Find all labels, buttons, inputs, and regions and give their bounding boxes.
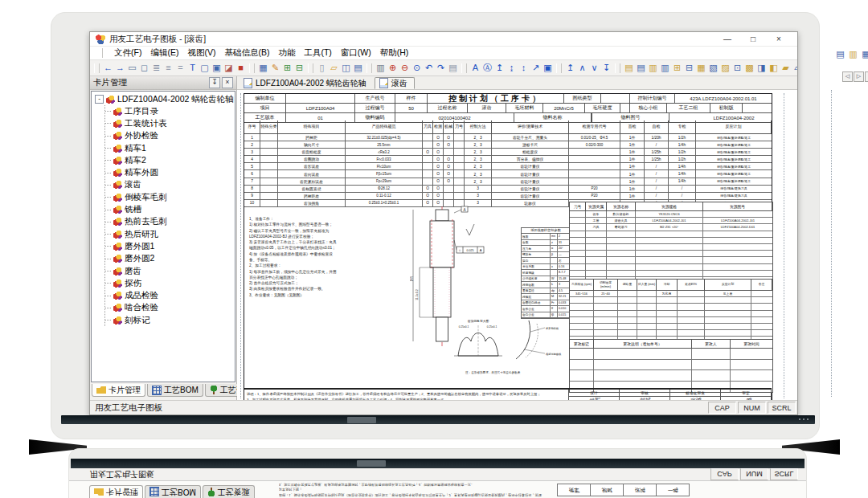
arrow-updown-icon[interactable]: ↨: [506, 62, 518, 74]
tree-item[interactable]: 磨齿: [105, 265, 235, 277]
table-delete-icon[interactable]: ▧: [707, 62, 719, 74]
menu-item[interactable]: 窗口(W): [341, 47, 371, 59]
tree-item[interactable]: 成品检验: [105, 289, 235, 301]
open-folder-icon[interactable]: ▱: [328, 62, 340, 74]
menu-item[interactable]: 视图(V): [187, 47, 215, 59]
select-frame-icon[interactable]: ▭: [126, 62, 138, 74]
tree-item[interactable]: 刻标记: [105, 314, 235, 326]
save-all-icon[interactable]: ▤: [352, 62, 364, 74]
border-left-icon[interactable]: ◧: [768, 62, 780, 74]
menu-item[interactable]: 编辑(E): [150, 47, 178, 59]
item-cell: 齿形误差: [278, 163, 346, 169]
menu-item[interactable]: 功能: [278, 47, 295, 59]
new-doc-icon[interactable]: ▯: [316, 62, 328, 74]
tree-item[interactable]: 啮合检验: [105, 302, 235, 314]
undo-icon[interactable]: ↶: [423, 62, 435, 74]
tree-item[interactable]: 铣槽: [105, 203, 235, 215]
border-right-icon[interactable]: ◨: [755, 62, 768, 74]
row-insert-icon[interactable]: ▤: [623, 62, 635, 74]
doc-info-icon[interactable]: ▤: [447, 62, 459, 74]
document-tab[interactable]: 滚齿: [375, 77, 415, 89]
move-up-icon[interactable]: ∧: [576, 62, 588, 74]
column-header: 产品特殊规范: [346, 120, 423, 133]
menu-item[interactable]: 文件(F): [114, 47, 141, 59]
tree-item[interactable]: 热后研孔: [105, 228, 235, 240]
cell-merge-icon[interactable]: ⊞: [671, 62, 683, 74]
menu-item[interactable]: 帮助(H): [380, 47, 409, 59]
edge-copy-icon[interactable]: ▥: [847, 48, 859, 60]
tab-close-icon[interactable]: ×: [865, 71, 868, 82]
eraser-icon[interactable]: ◪: [223, 62, 235, 74]
menu-item[interactable]: 基础信息(B): [224, 47, 269, 59]
pin-icon[interactable]: ↧: [209, 77, 220, 88]
tree-item[interactable]: 外协检验: [105, 130, 235, 142]
align-left-icon[interactable]: ≣: [150, 62, 162, 74]
tree-item[interactable]: 倒棱车毛刺: [105, 191, 235, 203]
textbox-icon[interactable]: ▢: [199, 62, 211, 74]
minimize-button[interactable]: —: [714, 35, 740, 43]
tab-scroll-right-icon[interactable]: ▷: [854, 71, 864, 82]
col-insert-icon[interactable]: ▥: [647, 62, 659, 74]
tree-item[interactable]: 工序目录: [105, 105, 235, 117]
fill-color-icon[interactable]: ■: [235, 62, 247, 74]
restore-button[interactable]: □: [740, 35, 766, 43]
sidebar-tab[interactable]: 卡片管理: [92, 384, 145, 397]
col-delete-icon[interactable]: ▥: [659, 62, 671, 74]
row-delete-icon[interactable]: ▤: [635, 62, 647, 74]
tree-item[interactable]: 磨外圆2: [105, 253, 235, 265]
edge-table-icon[interactable]: ▦: [860, 48, 868, 60]
tree-item[interactable]: 精车外圆: [105, 166, 235, 178]
tree-item[interactable]: 磨外圆1: [105, 240, 235, 252]
forward-icon[interactable]: →: [114, 62, 126, 74]
print-icon[interactable]: ▥: [375, 62, 387, 74]
move-down-icon[interactable]: ∨: [588, 62, 600, 74]
align-top-edge-icon[interactable]: ↥: [564, 62, 576, 74]
zoom-in-icon[interactable]: ⊕: [387, 62, 399, 74]
back-icon[interactable]: ←: [102, 62, 114, 74]
tree-item[interactable]: 滚齿: [105, 179, 235, 191]
paste-card-icon[interactable]: ▱: [792, 62, 797, 74]
table-draw-icon[interactable]: ▦: [257, 62, 269, 74]
image-remove-icon[interactable]: ⊟: [293, 62, 305, 74]
text-tool-icon[interactable]: T: [186, 62, 199, 74]
tree-item[interactable]: 工装统计表: [105, 117, 235, 129]
tree-item[interactable]: 探伤: [105, 277, 235, 289]
align-right-icon[interactable]: =: [174, 62, 186, 74]
zoom-fit-icon[interactable]: ⊙: [411, 62, 423, 74]
cell-fill-icon[interactable]: ▩: [743, 62, 755, 74]
image-insert-icon[interactable]: ⊞: [281, 62, 293, 74]
row-paste-icon[interactable]: ⊡: [731, 62, 743, 74]
close-button[interactable]: ×: [766, 35, 792, 43]
tree-item[interactable]: 精车1: [105, 142, 235, 154]
tree-root[interactable]: - LDFZ100A04-2002 蜗轮齿轮轴: [95, 93, 235, 105]
copy-card-icon[interactable]: ▰: [780, 62, 792, 74]
tree-item[interactable]: 热前去毛刺: [105, 216, 235, 228]
edge-doc-icon[interactable]: ▤: [834, 48, 846, 60]
document-tab[interactable]: LDFZ100A04-2002 蜗轮齿轮轴: [240, 77, 373, 89]
redo-icon[interactable]: ↷: [435, 62, 447, 74]
table-insert-icon[interactable]: ▦: [695, 62, 707, 74]
align-center-icon[interactable]: ≡: [162, 62, 174, 74]
sidebar: 卡片管理 ↧ × - LDFZ100A04-2002 蜗轮齿轮轴: [90, 76, 237, 400]
close-panel-icon[interactable]: ×: [222, 77, 233, 88]
menu-item[interactable]: 工具(T): [304, 47, 331, 59]
text-circle-icon[interactable]: Ⓐ: [481, 62, 493, 74]
text-frame-icon[interactable]: ▣: [542, 62, 554, 74]
zoom-out-icon[interactable]: ⊖: [399, 62, 411, 74]
arrow-ne-icon[interactable]: ↗: [530, 62, 542, 74]
row-copy-icon[interactable]: ▨: [719, 62, 731, 74]
save-icon[interactable]: ◫: [340, 62, 352, 74]
taskbar-app-segment[interactable]: [347, 417, 376, 423]
sidebar-tab[interactable]: 工艺BOM: [147, 384, 203, 397]
font-icon[interactable]: A: [469, 62, 481, 74]
tab-scroll-left-icon[interactable]: ◁: [842, 71, 853, 82]
arrow-resize-icon[interactable]: ↕: [518, 62, 530, 74]
table-cell-icon[interactable]: ▣: [211, 62, 223, 74]
collapse-icon[interactable]: -: [95, 95, 104, 104]
cell-split-icon[interactable]: ⊟: [683, 62, 695, 74]
arrow-up-bar-icon[interactable]: ↥: [493, 62, 506, 74]
tree-item[interactable]: 精车2: [105, 154, 235, 166]
zoom-select-icon[interactable]: ◻: [138, 62, 150, 74]
align-bottom-edge-icon[interactable]: ↧: [600, 62, 612, 74]
edit-pencil-icon[interactable]: ✎: [269, 62, 281, 74]
